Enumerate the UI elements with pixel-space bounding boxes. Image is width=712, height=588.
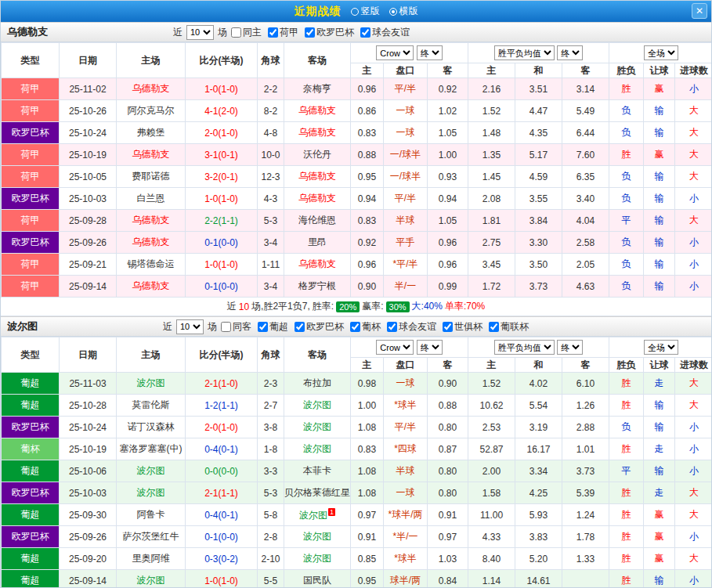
home-team-link[interactable]: 阿尔克马尔	[117, 100, 186, 122]
filter-option[interactable]: 同客	[221, 320, 251, 334]
away-team-link[interactable]: 沃伦丹	[284, 144, 351, 166]
away-team-link[interactable]: 波尔图	[284, 438, 351, 460]
home-team-link[interactable]: 弗赖堡	[117, 122, 186, 144]
filter-option[interactable]: 葡杯	[350, 320, 381, 334]
odds-company-select[interactable]: Crow	[376, 45, 414, 60]
europe-avg-select[interactable]: 胜平负均值	[494, 45, 555, 60]
home-team-link[interactable]: 白兰恩	[117, 188, 186, 210]
away-team-link[interactable]: 乌德勒支	[284, 188, 351, 210]
filter-checkbox[interactable]	[350, 322, 360, 332]
away-team-link[interactable]: 乌德勒支	[284, 254, 351, 276]
home-team-link[interactable]: 费耶诺德	[117, 166, 186, 188]
filter-option[interactable]: 世俱杯	[443, 320, 482, 334]
team-name: 波尔图	[7, 319, 38, 334]
away-team-link[interactable]: 乌德勒支	[284, 122, 351, 144]
handicap-final-select[interactable]: 终	[417, 340, 443, 355]
filter-checkbox[interactable]	[231, 27, 241, 38]
close-button[interactable]: ✕	[692, 3, 707, 19]
handicap-line: *平/半	[384, 254, 428, 276]
europe-final-select[interactable]: 终	[557, 45, 583, 60]
date-cell: 25-09-30	[60, 504, 117, 526]
sub-header-let: 让球	[644, 63, 675, 78]
filter-checkbox[interactable]	[221, 322, 231, 332]
home-team-link[interactable]: 阿鲁卡	[117, 504, 186, 526]
filter-option[interactable]: 荷甲	[268, 26, 298, 39]
away-team-link[interactable]: 波尔图	[284, 548, 351, 570]
filter-option[interactable]: 葡联杯	[489, 320, 529, 334]
filter-option[interactable]: 球会友谊	[387, 320, 436, 334]
scope-select[interactable]: 全场	[644, 45, 678, 60]
orientation-radio[interactable]: 横版	[389, 5, 418, 18]
away-team-link[interactable]: 国民队	[284, 570, 351, 588]
away-team-link[interactable]: 海伦维恩	[284, 210, 351, 232]
europe-final-select[interactable]: 终	[557, 340, 583, 355]
handicap-odds-home: 1.08	[351, 460, 384, 482]
handicap-odds-home: 0.83	[351, 438, 384, 460]
filter-checkbox[interactable]	[295, 322, 305, 332]
home-team-link[interactable]: 乌德勒支	[117, 276, 186, 298]
handicap-final-select[interactable]: 终	[417, 45, 443, 60]
away-team-link[interactable]: 格罗宁根	[284, 276, 351, 298]
home-team-link[interactable]: 莫雷伦斯	[117, 395, 186, 417]
home-team-link[interactable]: 波尔图	[117, 482, 186, 504]
result-cell: 负	[609, 276, 644, 298]
away-team-link[interactable]: 波尔图	[284, 417, 351, 438]
home-team-link[interactable]: 萨尔茨堡红牛	[117, 526, 186, 548]
handicap-line: 半球	[384, 210, 428, 232]
filter-checkbox[interactable]	[387, 322, 397, 332]
home-team-link[interactable]: 锡塔德命运	[117, 254, 186, 276]
home-team-link[interactable]: 乌德勒支	[117, 210, 186, 232]
team-header: 乌德勒支 近 10 场 同主荷甲欧罗巴杯球会友谊	[1, 22, 711, 42]
home-team-link[interactable]: 里奥阿维	[117, 548, 186, 570]
filter-checkbox[interactable]	[360, 27, 370, 38]
corner-cell: 12-3	[258, 166, 284, 188]
handicap-odds-home: 0.96	[351, 254, 384, 276]
filter-option[interactable]: 葡超	[258, 320, 288, 334]
home-team-link[interactable]: 诺丁汉森林	[117, 417, 186, 438]
odds-company-select[interactable]: Crow	[376, 340, 414, 355]
match-count-select[interactable]: 10	[186, 25, 214, 40]
radio-icon	[351, 8, 359, 16]
score-cell: 0-1(0-0)	[186, 276, 258, 298]
scope-select[interactable]: 全场	[644, 340, 678, 355]
away-team-link[interactable]: 里昂	[284, 232, 351, 254]
filter-label: 同客	[233, 320, 251, 334]
filter-option[interactable]: 同主	[231, 26, 262, 39]
match-count-select[interactable]: 10	[176, 319, 204, 334]
result-cell: 胜	[609, 144, 644, 166]
handicap-line: 一球	[384, 100, 428, 122]
away-team-link[interactable]: 奈梅亨	[284, 78, 351, 100]
summary-text: 10	[239, 301, 249, 312]
home-team-link[interactable]: 乌德勒支	[117, 144, 186, 166]
filter-checkbox[interactable]	[305, 27, 315, 38]
europe-avg-select[interactable]: 胜平负均值	[494, 340, 555, 355]
home-team-link[interactable]: 塞洛罗塞塞(中)	[117, 438, 186, 460]
filter-option[interactable]: 欧罗巴杯	[305, 26, 354, 39]
away-team-link[interactable]: 布拉加	[284, 373, 351, 395]
away-team-link[interactable]: 本菲卡	[284, 460, 351, 482]
filter-checkbox[interactable]	[268, 27, 278, 38]
handicap-odds-home: 0.83	[351, 122, 384, 144]
away-team-link[interactable]: 波尔图	[284, 395, 351, 417]
filter-checkbox[interactable]	[443, 322, 453, 332]
filter-option[interactable]: 球会友谊	[360, 26, 410, 39]
filter-checkbox[interactable]	[489, 322, 499, 332]
home-team-link[interactable]: 波尔图	[117, 373, 186, 395]
score-cell: 1-0(1-0)	[186, 188, 258, 210]
away-team-link[interactable]: 乌德勒支	[284, 166, 351, 188]
home-team-link[interactable]: 乌德勒支	[117, 232, 186, 254]
home-team-link[interactable]: 波尔图	[117, 570, 186, 588]
handicap-odds-away: 0.90	[428, 373, 468, 395]
filter-checkbox[interactable]	[258, 322, 268, 332]
goals-result-cell: 小	[675, 254, 712, 276]
away-team-link[interactable]: 波尔图	[284, 526, 351, 548]
away-team-link[interactable]: 波尔图1	[284, 504, 351, 526]
orientation-radio[interactable]: 竖版	[351, 5, 380, 18]
home-team-link[interactable]: 波尔图	[117, 460, 186, 482]
away-team-link[interactable]: 乌德勒支	[284, 100, 351, 122]
away-team-link[interactable]: 贝尔格莱德红星	[284, 482, 351, 504]
match-row: 欧罗巴杯25-09-26萨尔茨堡红牛0-1(0-0)2-8波尔图0.91*半/一…	[2, 526, 712, 548]
match-row: 葡超25-10-28莫雷伦斯1-2(1-1)2-7波尔图1.00*球半0.881…	[2, 395, 712, 417]
filter-option[interactable]: 欧罗巴杯	[295, 320, 344, 334]
home-team-link[interactable]: 乌德勒支	[117, 78, 186, 100]
